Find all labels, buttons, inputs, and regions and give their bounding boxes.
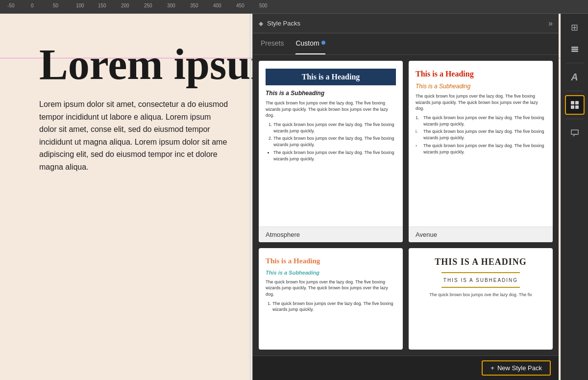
fourth-body: The quick brown box jumps ove the lazy d… <box>416 292 546 298</box>
chat-icon[interactable] <box>565 123 585 143</box>
atmosphere-bullets: The quick brown box jumps over the lazy … <box>266 150 396 162</box>
fourth-heading: THIS IS A HEADING <box>416 256 546 268</box>
svg-rect-3 <box>571 101 574 104</box>
new-style-pack-label: New Style Pack <box>497 364 542 372</box>
style-card-avenue[interactable]: This is a Heading This is a Subheading T… <box>409 61 553 242</box>
fourth-divider <box>441 272 520 273</box>
list-item: The quick brown box jumps over the lazy … <box>273 150 396 162</box>
lorem-heading: Lorem ipsum <box>39 43 286 86</box>
list-item: The quick brown box jumps over the lazy … <box>273 122 396 134</box>
style-packs-panel: ◆ Style Packs » Presets Custom This is a… <box>252 14 559 380</box>
custom-tab-dot <box>321 41 325 45</box>
third-preview: This is a Heading This is a Subheading T… <box>259 248 403 350</box>
text-icon[interactable]: A <box>565 67 585 87</box>
svg-rect-5 <box>571 105 574 109</box>
panel-header: ◆ Style Packs » <box>253 14 559 33</box>
ruler-mark: -50 <box>7 3 14 8</box>
diamond-icon: ◆ <box>259 20 263 27</box>
list-item: The quick brown box jumps over the lazy … <box>416 115 546 127</box>
list-item: The quick brown box jumps over the lazy … <box>273 135 396 148</box>
atmosphere-subheading: This is a Subheading <box>266 89 396 98</box>
svg-rect-4 <box>575 101 579 104</box>
ruler: -50 0 50 100 150 200 250 300 350 400 450… <box>0 0 588 14</box>
canvas-content: Lorem ipsum Lorem ipsum dolor sit amet, … <box>39 43 286 174</box>
ruler-mark: 500 <box>259 3 268 8</box>
svg-rect-2 <box>571 51 578 52</box>
atmosphere-label: Atmosphere <box>259 227 403 242</box>
style-card-fourth[interactable]: THIS IS A HEADING THIS IS A SUBHEADING T… <box>409 248 553 350</box>
style-card-third[interactable]: This is a Heading This is a Subheading T… <box>259 248 403 350</box>
styles-icon[interactable] <box>565 95 585 115</box>
ruler-mark: 300 <box>167 3 175 8</box>
fourth-divider-2 <box>441 287 520 288</box>
avenue-preview: This is a Heading This is a Subheading T… <box>409 61 553 227</box>
atmosphere-list: The quick brown box jumps over the lazy … <box>266 122 396 148</box>
ruler-mark: 200 <box>121 3 129 8</box>
panel-title: Style Packs <box>267 20 544 27</box>
tab-custom[interactable]: Custom <box>295 33 325 54</box>
grid-icon[interactable]: ⊞ <box>565 18 585 37</box>
svg-rect-1 <box>571 49 578 50</box>
ruler-mark: 400 <box>213 3 221 8</box>
ruler-mark: 50 <box>53 3 58 8</box>
layers-icon[interactable] <box>565 39 585 59</box>
fourth-subheading: THIS IS A SUBHEADING <box>416 277 546 284</box>
third-list: The quick brown box jumps over the lazy … <box>266 301 396 313</box>
third-body: The quick brown fox jumps over the lazy … <box>266 279 396 298</box>
expand-icon[interactable]: » <box>548 19 553 28</box>
avenue-bullets: The quick brown box jumps over the lazy … <box>416 143 546 155</box>
atmosphere-preview: This is a Heading This is a Subheading T… <box>259 61 403 227</box>
third-subheading: This is a Subheading <box>266 269 396 277</box>
sidebar-divider <box>566 63 584 63</box>
new-style-pack-button[interactable]: + New Style Pack <box>482 360 551 376</box>
list-item: The quick brown box jumps over the lazy … <box>416 128 546 141</box>
atmosphere-heading: This is a Heading <box>266 69 396 85</box>
avenue-list: The quick brown box jumps over the lazy … <box>416 115 546 141</box>
ruler-mark: 450 <box>236 3 245 8</box>
plus-icon: + <box>490 364 494 372</box>
ruler-mark: 250 <box>144 3 152 8</box>
lorem-body: Lorem ipsum dolor sit amet, consectetur … <box>39 98 230 174</box>
atmosphere-body: The quick brown fox jumps over the lazy … <box>266 100 396 119</box>
tab-presets[interactable]: Presets <box>261 33 284 54</box>
svg-rect-6 <box>575 105 579 109</box>
ruler-mark: 350 <box>190 3 198 8</box>
panel-tabs: Presets Custom <box>253 33 559 55</box>
fourth-preview: THIS IS A HEADING THIS IS A SUBHEADING T… <box>409 248 553 350</box>
ruler-mark: 100 <box>76 3 84 8</box>
svg-rect-0 <box>571 47 578 48</box>
third-heading: This is a Heading <box>266 256 396 266</box>
sidebar: ⊞ A <box>561 14 588 380</box>
style-cards-grid: This is a Heading This is a Subheading T… <box>253 55 559 355</box>
sidebar-divider-3 <box>566 119 584 119</box>
sidebar-divider-2 <box>566 91 584 91</box>
list-item: The quick brown box jumps over the lazy … <box>416 143 546 155</box>
avenue-body: The quick brown fox jumps over the lazy … <box>416 93 546 112</box>
avenue-label: Avenue <box>409 227 553 242</box>
avenue-heading: This is a Heading <box>416 69 546 79</box>
avenue-subheading: This is a Subheading <box>416 82 546 91</box>
ruler-mark: 150 <box>98 3 106 8</box>
panel-bottom-bar: + New Style Pack <box>253 355 559 380</box>
list-item: The quick brown box jumps over the lazy … <box>272 301 396 313</box>
ruler-mark: 0 <box>31 3 34 8</box>
style-card-atmosphere[interactable]: This is a Heading This is a Subheading T… <box>259 61 403 242</box>
